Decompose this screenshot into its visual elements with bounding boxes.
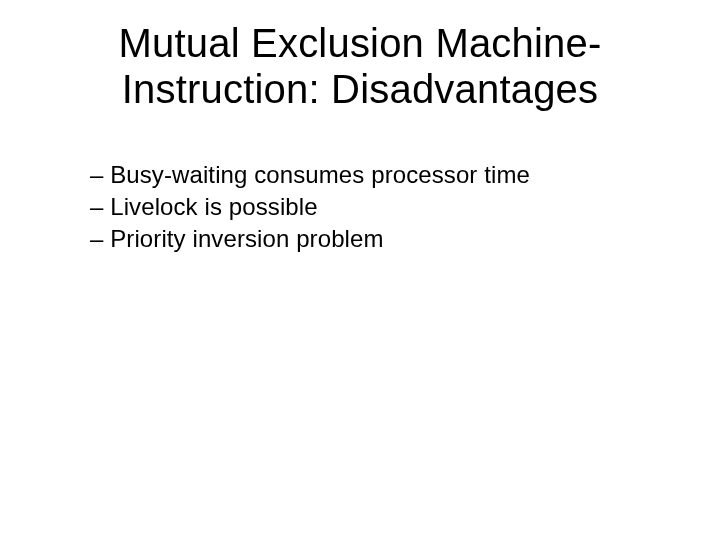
slide-title-line2: Instruction: Disadvantages: [122, 67, 599, 111]
slide-title-line1: Mutual Exclusion Machine-: [119, 21, 602, 65]
slide-title: Mutual Exclusion Machine- Instruction: D…: [0, 20, 720, 112]
list-item: – Livelock is possible: [90, 192, 720, 222]
slide: Mutual Exclusion Machine- Instruction: D…: [0, 0, 720, 540]
list-item: – Priority inversion problem: [90, 224, 720, 254]
bullet-list: – Busy-waiting consumes processor time –…: [0, 160, 720, 254]
list-item: – Busy-waiting consumes processor time: [90, 160, 720, 190]
